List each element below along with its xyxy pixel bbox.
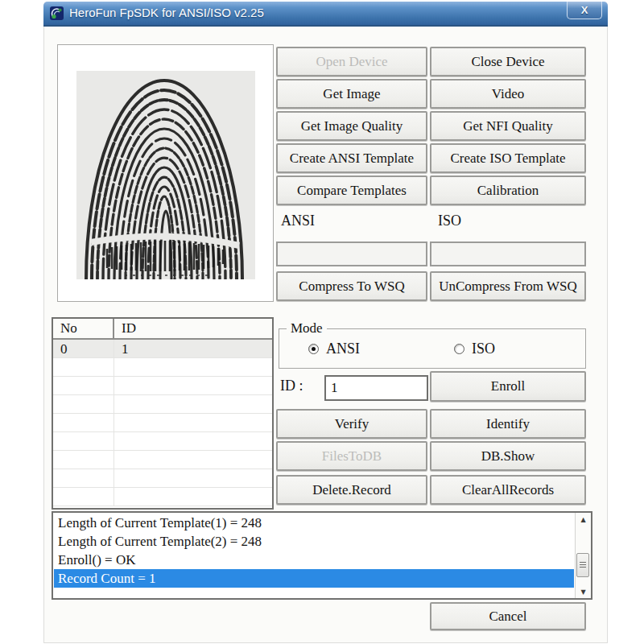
fingerprint-preview-panel bbox=[57, 44, 274, 302]
close-icon: X bbox=[581, 4, 588, 16]
scrollbar-track[interactable] bbox=[576, 526, 591, 585]
id-input[interactable] bbox=[324, 375, 428, 401]
table-row-empty bbox=[53, 488, 272, 506]
table-row[interactable]: 0 1 bbox=[53, 340, 272, 358]
log-line-selected[interactable]: Record Count = 1 bbox=[54, 569, 574, 588]
radio-ansi-label: ANSI bbox=[326, 341, 360, 357]
id-label: ID : bbox=[280, 378, 303, 394]
log-line[interactable]: Length of Current Template(1) = 248 bbox=[54, 514, 574, 532]
open-device-button[interactable]: Open Device bbox=[276, 47, 427, 76]
title-bar[interactable]: HeroFun FpSDK for ANSI/ISO v2.25 X bbox=[43, 2, 608, 27]
table-row-empty bbox=[53, 395, 272, 414]
radio-iso[interactable]: ISO bbox=[454, 341, 495, 357]
ansi-template-field[interactable] bbox=[276, 242, 427, 266]
video-button[interactable]: Video bbox=[430, 79, 586, 109]
iso-template-field[interactable] bbox=[430, 242, 586, 266]
table-row-empty bbox=[53, 432, 272, 451]
get-image-quality-button[interactable]: Get Image Quality bbox=[276, 111, 427, 141]
scroll-down-icon[interactable]: ▼ bbox=[576, 585, 591, 598]
files-to-db-button[interactable]: FilesToDB bbox=[276, 441, 427, 471]
ansi-label: ANSI bbox=[281, 213, 315, 229]
fingerprint-image bbox=[76, 71, 255, 279]
radio-iso-icon bbox=[454, 344, 464, 354]
compare-templates-button[interactable]: Compare Templates bbox=[276, 175, 427, 205]
get-nfi-quality-button[interactable]: Get NFI Quality bbox=[430, 111, 586, 141]
log-output: Length of Current Template(1) = 248 Leng… bbox=[52, 511, 592, 600]
column-header-no[interactable]: No bbox=[53, 319, 114, 338]
verify-button[interactable]: Verify bbox=[276, 409, 427, 439]
compress-to-wsq-button[interactable]: Compress To WSQ bbox=[276, 271, 427, 301]
create-iso-template-button[interactable]: Create ISO Template bbox=[430, 143, 586, 173]
table-row-empty bbox=[53, 414, 272, 432]
app-fingerprint-icon[interactable] bbox=[49, 6, 64, 21]
delete-record-button[interactable]: Delete.Record bbox=[276, 475, 427, 505]
records-table: No ID 0 1 bbox=[52, 317, 274, 510]
log-scrollbar[interactable]: ▲ ▼ bbox=[575, 513, 591, 598]
cell-id: 1 bbox=[114, 340, 272, 357]
radio-iso-label: ISO bbox=[472, 341, 495, 357]
log-line[interactable]: Length of Current Template(2) = 248 bbox=[54, 532, 574, 551]
close-button[interactable]: X bbox=[567, 2, 602, 19]
cell-no: 0 bbox=[53, 340, 114, 357]
table-header: No ID bbox=[53, 319, 272, 340]
mode-group-title: Mode bbox=[287, 320, 327, 336]
mode-groupbox: Mode ANSI ISO bbox=[279, 328, 586, 369]
cancel-button[interactable]: Cancel bbox=[430, 602, 586, 630]
db-show-button[interactable]: DB.Show bbox=[430, 441, 586, 471]
calibration-button[interactable]: Calibration bbox=[430, 175, 586, 205]
table-row-empty bbox=[53, 469, 272, 488]
create-ansi-template-button[interactable]: Create ANSI Template bbox=[276, 143, 427, 173]
window-title: HeroFun FpSDK for ANSI/ISO v2.25 bbox=[69, 6, 264, 19]
table-row-empty bbox=[53, 358, 272, 377]
table-row-empty bbox=[53, 451, 272, 469]
radio-ansi-icon bbox=[308, 344, 319, 354]
scrollbar-thumb[interactable] bbox=[576, 553, 589, 577]
close-device-button[interactable]: Close Device bbox=[430, 47, 586, 76]
clear-all-records-button[interactable]: ClearAllRecords bbox=[430, 475, 586, 505]
app-window: HeroFun FpSDK for ANSI/ISO v2.25 X bbox=[43, 2, 608, 643]
get-image-button[interactable]: Get Image bbox=[276, 79, 427, 109]
scrollbar-grip-icon bbox=[580, 562, 586, 568]
radio-ansi[interactable]: ANSI bbox=[308, 341, 360, 357]
identify-button[interactable]: Identify bbox=[430, 409, 586, 439]
uncompress-from-wsq-button[interactable]: UnCompress From WSQ bbox=[430, 271, 586, 301]
enroll-button[interactable]: Enroll bbox=[430, 371, 586, 402]
table-row-empty bbox=[53, 377, 272, 395]
log-line[interactable]: Enroll() = OK bbox=[54, 551, 574, 569]
iso-label: ISO bbox=[438, 213, 461, 229]
screenshot-page: HeroFun FpSDK for ANSI/ISO v2.25 X bbox=[0, 0, 644, 644]
log-lines: Length of Current Template(1) = 248 Leng… bbox=[54, 514, 574, 597]
column-header-id[interactable]: ID bbox=[114, 319, 272, 338]
scroll-up-icon[interactable]: ▲ bbox=[576, 513, 591, 526]
